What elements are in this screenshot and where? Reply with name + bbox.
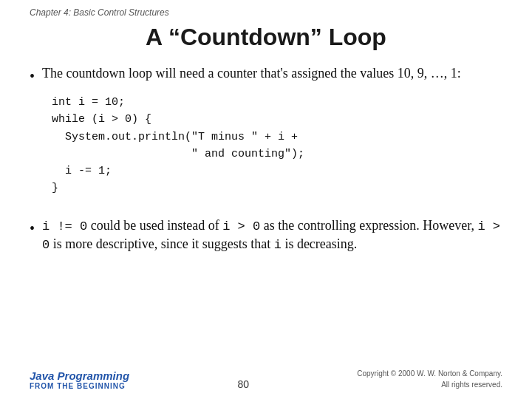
chapter-label: Chapter 4: Basic Control Structures xyxy=(30,7,502,18)
bullet-item-2: • i != 0 could be used instead of i > 0 … xyxy=(30,216,502,255)
page-container: Chapter 4: Basic Control Structures A “C… xyxy=(0,0,532,399)
code-line-1: int i = 10; xyxy=(52,94,502,111)
slide-title: A “Countdown” Loop xyxy=(30,24,502,51)
footer-copyright: Copyright © 2000 W. W. Norton & Company.… xyxy=(357,368,502,390)
code-line-5: i -= 1; xyxy=(52,163,502,180)
bullet-dot-2: • xyxy=(30,218,35,239)
footer-brand-title: Java Programming xyxy=(30,369,129,382)
code-block: int i = 10; while (i > 0) { System.out.p… xyxy=(52,94,502,197)
bullet-text-2: i != 0 could be used instead of i > 0 as… xyxy=(42,216,502,255)
footer-brand-sub: FROM THE BEGINNING xyxy=(30,382,129,390)
inline-code-4: i xyxy=(274,238,282,252)
bullet-text-1: The countdown loop will need a counter t… xyxy=(42,64,461,83)
code-line-4: " and counting"); xyxy=(52,146,502,163)
inline-code-1: i != 0 xyxy=(42,219,87,233)
code-line-6: } xyxy=(52,180,502,197)
code-line-2: while (i > 0) { xyxy=(52,111,502,128)
footer: Java Programming FROM THE BEGINNING 80 C… xyxy=(30,368,502,390)
bullet-section-1: • The countdown loop will need a counter… xyxy=(30,64,502,203)
bullet-dot-1: • xyxy=(30,66,35,86)
bullet-item-1: • The countdown loop will need a counter… xyxy=(30,64,502,86)
inline-code-2: i > 0 xyxy=(222,219,260,233)
footer-brand: Java Programming FROM THE BEGINNING xyxy=(30,369,129,390)
inline-code-3: i > 0 xyxy=(42,219,500,253)
footer-page-number: 80 xyxy=(237,378,249,390)
code-line-3: System.out.println("T minus " + i + xyxy=(52,129,502,146)
